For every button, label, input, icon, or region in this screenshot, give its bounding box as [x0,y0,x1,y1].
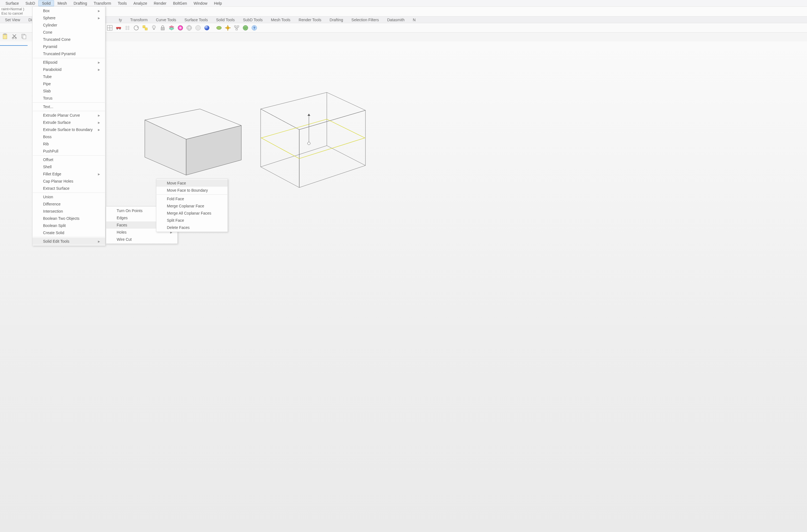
lightbulb-icon[interactable] [150,24,158,32]
tab-subd-tools[interactable]: SubD Tools [240,17,265,23]
grasshopper-icon[interactable] [215,24,223,32]
svg-rect-33 [237,26,239,27]
mi-box[interactable]: Box▶ [33,7,105,14]
color-wheel-icon[interactable] [176,24,184,32]
mi-sphere[interactable]: Sphere▶ [33,14,105,21]
tab-render-tools[interactable]: Render Tools [296,17,324,23]
svg-point-5 [119,28,120,30]
svg-point-21 [187,25,192,30]
tab-surface-tools[interactable]: Surface Tools [182,17,211,23]
menubar: Surface SubD Solid Mesh Drafting Transfo… [0,0,807,7]
mi-cone[interactable]: Cone [33,29,105,33]
grid-icon[interactable] [123,24,131,32]
menu-surface[interactable]: Surface [2,1,22,6]
menu-tools[interactable]: Tools [114,1,130,6]
svg-point-26 [216,26,222,30]
help-icon[interactable]: ? [250,24,258,32]
svg-rect-15 [153,29,155,30]
gear-icon[interactable] [224,24,232,32]
svg-point-14 [152,25,156,29]
svg-point-11 [134,26,138,30]
globe-icon[interactable] [242,24,249,32]
menu-mesh[interactable]: Mesh [54,1,70,6]
circle-arrow-icon[interactable] [132,24,140,32]
command-history: raint=Normal ) Esc to cancel [0,7,807,16]
svg-rect-16 [161,27,165,30]
menu-boltgen[interactable]: BoltGen [170,1,190,6]
toolbar-tabs: Set View Disp ty Transform Curve Tools S… [0,16,807,23]
command-line-1: raint=Normal ) [1,7,806,11]
svg-rect-3 [116,27,121,29]
car-icon[interactable] [115,24,122,32]
svg-text:?: ? [253,26,255,30]
ghosted-sphere-icon[interactable] [194,24,202,32]
svg-rect-34 [236,29,237,30]
cplane-icon[interactable] [106,24,114,32]
tab-set-view[interactable]: Set View [2,17,23,23]
menu-window[interactable]: Window [190,1,211,6]
tab-transform[interactable]: Transform [128,17,150,23]
command-line-2: Esc to cancel [1,11,806,16]
svg-point-4 [117,28,118,30]
tab-mesh-tools[interactable]: Mesh Tools [268,17,293,23]
svg-marker-18 [169,27,174,30]
lock-icon[interactable] [159,24,167,32]
tab-visibility[interactable]: ty [116,17,125,23]
menu-transform[interactable]: Transform [91,1,114,6]
tab-solid-tools[interactable]: Solid Tools [213,17,237,23]
tab-curve-tools[interactable]: Curve Tools [153,17,179,23]
tab-more[interactable]: N [410,17,418,23]
solid-dropdown: Box▶ Sphere▶ Cylinder Cone Truncated Con… [32,6,105,33]
menu-analyze[interactable]: Analyze [130,1,151,6]
svg-point-25 [204,25,209,30]
menu-drafting[interactable]: Drafting [70,1,91,6]
tab-selection-filters[interactable]: Selection Filters [349,17,382,23]
toolbar-icons: ? [0,23,807,33]
svg-point-24 [195,25,200,30]
tab-datasmith[interactable]: Datasmith [384,17,407,23]
rendered-sphere-icon[interactable] [203,24,211,32]
svg-point-23 [188,25,190,30]
svg-rect-13 [145,28,147,30]
node-tree-icon[interactable] [233,24,241,32]
menu-subd[interactable]: SubD [22,1,38,6]
layer-stack-icon[interactable] [168,24,175,32]
wireframe-sphere-icon[interactable] [185,24,193,32]
svg-rect-12 [143,26,145,28]
svg-point-27 [227,26,229,29]
svg-point-22 [187,27,192,29]
menu-render[interactable]: Render [150,1,170,6]
mi-cylinder[interactable]: Cylinder [33,21,105,29]
tab-drafting[interactable]: Drafting [327,17,346,23]
svg-rect-32 [234,26,236,27]
menu-help[interactable]: Help [211,1,225,6]
menu-solid[interactable]: Solid [38,0,54,6]
layers-panel-icon[interactable] [141,24,149,32]
